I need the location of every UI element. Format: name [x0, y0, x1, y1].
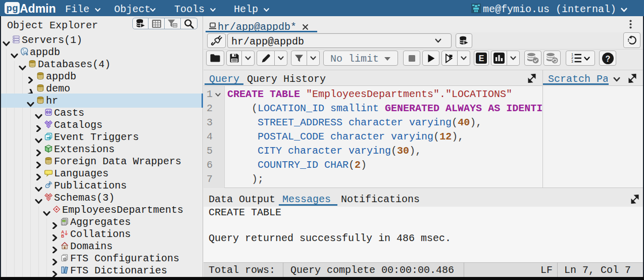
svg-text:69: 69: [46, 110, 51, 115]
svg-text:1: 1: [571, 53, 573, 57]
svg-text:B: B: [61, 234, 64, 238]
svg-text:?: ?: [605, 55, 610, 63]
svg-text:E: E: [479, 54, 484, 63]
svg-text:3: 3: [571, 60, 573, 64]
svg-text:2: 2: [571, 57, 573, 60]
